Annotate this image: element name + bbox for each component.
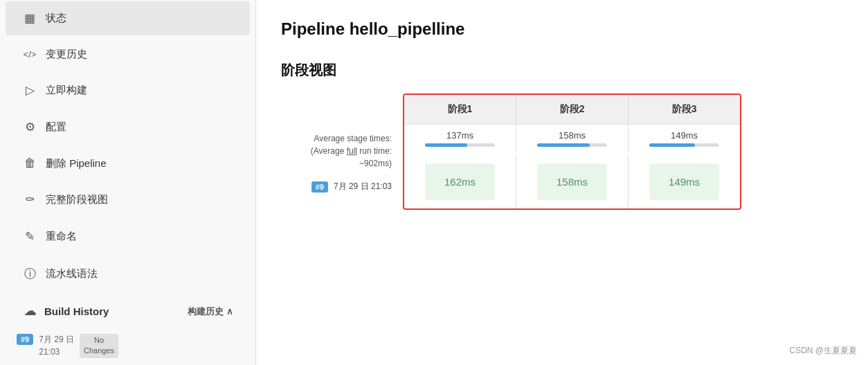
main-content: Pipeline hello_pipelline 阶段视图 Average st… xyxy=(256,0,868,365)
avg-time-2: 158ms xyxy=(516,125,629,141)
build-now-icon: ▷ xyxy=(22,83,37,98)
stage-cell-row: 162ms 158ms 149ms xyxy=(404,154,740,208)
build-badge-9: #9 xyxy=(17,334,33,345)
stage-header-2: 阶段2 xyxy=(516,95,629,125)
sidebar-item-delete-label: 删除 Pipeline xyxy=(46,157,107,170)
stage-cell-3[interactable]: 149ms xyxy=(649,163,719,200)
avg-time-row: 137ms 158ms 149ms xyxy=(404,125,740,141)
sidebar-item-status-label: 状态 xyxy=(46,12,66,25)
status-icon: ▦ xyxy=(22,11,37,26)
progress-bar-bg-3 xyxy=(649,143,719,147)
stage-table-container: 阶段1 阶段2 阶段3 137ms 158ms 149ms xyxy=(403,94,741,210)
build-info-9: 7月 29 日 21:03 xyxy=(39,334,74,357)
change-history-icon: </> xyxy=(22,49,37,60)
progress-cell-3 xyxy=(629,141,741,154)
build-rows: #9 7月 29 日 21:03 xyxy=(311,178,392,195)
avg-time-1: 137ms xyxy=(404,125,516,141)
stage-header-row: 阶段1 阶段2 阶段3 xyxy=(404,95,740,125)
rename-icon: ✎ xyxy=(22,229,37,244)
stage-header-1: 阶段1 xyxy=(404,95,516,125)
stage-view-wrapper: Average stage times: (Average full run t… xyxy=(281,94,843,210)
build-badge-row-9: #9 xyxy=(311,181,328,193)
stage-cell-td-3: 149ms xyxy=(629,154,741,208)
avg-run-text: run time: xyxy=(357,146,392,156)
progress-bar-bg-1 xyxy=(425,143,495,147)
progress-cell-2 xyxy=(516,141,629,154)
progress-cell-1 xyxy=(404,141,516,154)
progress-bar-row xyxy=(404,141,740,154)
avg-line2: (Average full run time: xyxy=(311,145,392,157)
stage-cell-td-2: 158ms xyxy=(516,154,629,208)
page-title: Pipeline hello_pipelline xyxy=(281,19,843,39)
build-history-sublabel: 构建历史 xyxy=(188,305,224,318)
sidebar-item-change-history[interactable]: </> 变更历史 xyxy=(6,38,250,71)
build-date-9: 7月 29 日 xyxy=(39,334,74,346)
stage-cell-1[interactable]: 162ms xyxy=(425,163,495,200)
sidebar-item-build-now[interactable]: ▷ 立即构建 xyxy=(6,73,250,107)
sidebar: ▦ 状态 </> 变更历史 ▷ 立即构建 ⚙ 配置 🗑 删除 Pipeline … xyxy=(0,0,256,365)
build-row-9: #9 7月 29 日 21:03 xyxy=(311,178,392,195)
avg-full-text: full xyxy=(347,146,357,156)
full-stage-icon: ⚰ xyxy=(22,193,37,207)
no-changes-9: NoChanges xyxy=(80,334,118,358)
sidebar-item-build-now-label: 立即构建 xyxy=(46,84,87,97)
sidebar-item-syntax[interactable]: ⓘ 流水线语法 xyxy=(6,256,250,292)
sidebar-item-rename-label: 重命名 xyxy=(46,230,77,243)
stage-cell-2[interactable]: 158ms xyxy=(537,163,607,200)
config-icon: ⚙ xyxy=(22,120,37,134)
build-entry-8[interactable]: #8 7月 29 No xyxy=(6,362,250,365)
stage-table: 阶段1 阶段2 阶段3 137ms 158ms 149ms xyxy=(404,95,740,208)
sidebar-build-history[interactable]: ☁ Build History 构建历史 ∧ xyxy=(6,294,250,328)
stage-header-3: 阶段3 xyxy=(629,95,741,125)
syntax-icon: ⓘ xyxy=(22,266,37,282)
sidebar-item-change-history-label: 变更历史 xyxy=(46,48,87,61)
build-history-label: Build History xyxy=(44,305,109,317)
avg-time-3: 149ms xyxy=(629,125,741,141)
watermark: CSDN @生夏夏夏 xyxy=(789,345,857,357)
build-entry-9[interactable]: #9 7月 29 日 21:03 NoChanges xyxy=(6,330,250,362)
average-label: Average stage times: (Average full run t… xyxy=(311,132,392,170)
build-row-date-9: 7月 29 日 21:03 xyxy=(334,181,392,193)
build-history-right: 构建历史 ∧ xyxy=(188,305,233,318)
delete-icon: 🗑 xyxy=(22,157,37,170)
section-title: 阶段视图 xyxy=(281,61,843,80)
stage-cell-td-1: 162ms xyxy=(404,154,516,208)
sidebar-item-full-stage[interactable]: ⚰ 完整阶段视图 xyxy=(6,183,250,217)
build-history-left: ☁ Build History xyxy=(22,304,109,319)
build-history-chevron: ∧ xyxy=(226,306,233,317)
progress-bar-fill-1 xyxy=(425,143,467,147)
build-history-entries: #9 7月 29 日 21:03 NoChanges #8 7月 29 No xyxy=(0,330,255,365)
progress-bar-fill-3 xyxy=(649,143,695,147)
sidebar-item-rename[interactable]: ✎ 重命名 xyxy=(6,220,250,253)
sidebar-item-config-label: 配置 xyxy=(46,121,66,134)
build-history-icon: ☁ xyxy=(22,304,37,319)
sidebar-item-status[interactable]: ▦ 状态 xyxy=(6,1,250,35)
sidebar-item-delete[interactable]: 🗑 删除 Pipeline xyxy=(6,147,250,180)
build-time-9: 21:03 xyxy=(39,347,74,357)
sidebar-item-full-stage-label: 完整阶段视图 xyxy=(46,193,108,206)
avg-line4: ~902ms) xyxy=(311,157,392,170)
sidebar-item-syntax-label: 流水线语法 xyxy=(46,267,98,281)
avg-line1: Average stage times: xyxy=(311,132,392,145)
sidebar-item-config[interactable]: ⚙ 配置 xyxy=(6,110,250,144)
avg-label-paren: Average xyxy=(314,146,347,156)
progress-bar-fill-2 xyxy=(537,143,590,147)
progress-bar-bg-2 xyxy=(537,143,607,147)
stage-view-left: Average stage times: (Average full run t… xyxy=(281,94,392,195)
